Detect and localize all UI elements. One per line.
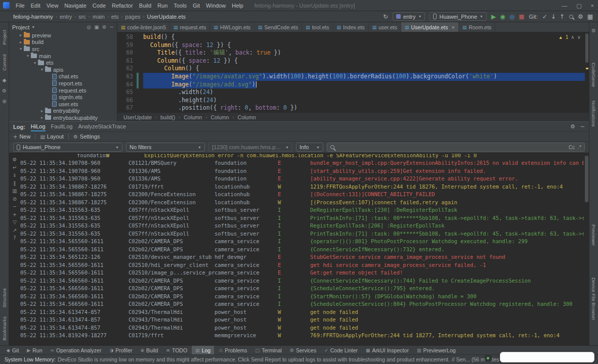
menu-code[interactable]: Code (90, 3, 109, 9)
update-project-icon[interactable]: ↓ (551, 14, 556, 20)
chevron-icon[interactable]: ▸ (39, 115, 45, 120)
log-row[interactable]: 05-22 11:35:34.613474-857C02943/ThermalH… (20, 324, 584, 332)
tab-Index.ets[interactable]: ▤Index.ets (333, 22, 369, 32)
log-row[interactable]: 05-22 11:35:34.566560-1611C02b02/CAMERA_… (20, 300, 584, 308)
tool-button-commit[interactable]: Commit (2, 54, 7, 71)
code-area[interactable]: 58build() {59 Column({ space: 12 }) {60 … (117, 32, 585, 112)
tool-button-operation-analyzer[interactable]: ≈Operation Analyzer (47, 346, 105, 354)
build-icon[interactable]: ⊕ (2, 99, 6, 104)
settings-icon[interactable]: ⚙ (578, 14, 583, 20)
log-row[interactable]: 05-22 11:35:34.198867-18276C01719/ffrtlo… (20, 183, 584, 191)
log-action-settings[interactable]: ⚙Settings (73, 133, 100, 140)
menu-help[interactable]: Help (229, 3, 246, 9)
breadcrumb-item[interactable]: pages (125, 14, 141, 20)
log-row[interactable]: 05-22 11:35:34.565560-1611C02b02/CAMERA_… (20, 246, 584, 254)
module-selector[interactable]: entry ▼ (393, 12, 425, 21)
chevron-icon[interactable]: ▾ (25, 54, 30, 58)
tool-button-codegenie[interactable]: CodeGenie (591, 63, 596, 87)
push-icon[interactable]: ↑ (560, 14, 565, 20)
menu-run[interactable]: Run (154, 3, 170, 9)
tree-item-chat.ets[interactable]: chat.ets (9, 73, 117, 80)
editor-breadcrumb-item[interactable]: Column (238, 114, 256, 120)
log-rows[interactable]: foundationWExplicitQueryExtension error … (20, 154, 584, 345)
device-selector[interactable]: Huawei_Phone ▼ (430, 12, 487, 21)
log-row[interactable]: 05-22 11:35:34.315563-635C057ff/nStackXE… (20, 230, 584, 238)
log-row[interactable]: 05-22 11:35:34.565122-126C02510/devsvc_m… (20, 253, 584, 261)
log-process-selector[interactable]: [1230] com.huawei.hms.psfservice ▼ (208, 143, 292, 152)
tab-HWLogin.ets[interactable]: ▤HWLogin.ets (210, 22, 254, 32)
breadcrumb-item[interactable]: UserUpdate.ets (147, 14, 186, 20)
tool-button-structure[interactable]: Structure (2, 288, 7, 308)
services-icon[interactable]: ⚙ (2, 88, 7, 94)
status-widget-icon[interactable] (485, 355, 492, 361)
tool-button-project[interactable]: Project (2, 30, 7, 45)
tool-button-previewer[interactable]: Previewer (591, 224, 596, 246)
tab-UserUpdate.ets[interactable]: ▤UserUpdate.ets× (401, 22, 459, 32)
gear-icon[interactable]: ⚙ (570, 123, 575, 130)
tool-button-device-file-browser[interactable]: Device File Browser (591, 278, 596, 320)
code-line[interactable]: 61 Column({ space: 12 }) { (117, 57, 585, 65)
log-row[interactable]: 05-22 11:35:34.819249-18277C01719/ffrtme… (20, 332, 584, 340)
log-row[interactable]: 05-22 11:35:34.565560-1611C02510/hdi_ser… (20, 261, 584, 269)
tool-button-problems[interactable]: ⚠Problems (215, 346, 250, 354)
settings-icon[interactable]: ⚙ (102, 24, 107, 30)
tool-button-build[interactable]: ⊕Build (137, 346, 162, 354)
chevron-icon[interactable]: ▾ (32, 61, 37, 65)
log-row[interactable]: 05-22 11:35:34.190708-960C01121/BMSQuery… (20, 159, 584, 167)
tree-item-build[interactable]: ▸build (9, 39, 117, 46)
log-row[interactable]: 05-22 11:35:34.315563-635C057ff/nStackXE… (20, 222, 584, 230)
log-tab-faultlog[interactable]: FaultLog (51, 122, 73, 131)
menu-build[interactable]: Build (136, 3, 154, 9)
log-row[interactable]: 05-22 11:35:34.613474-857C02943/ThermalH… (20, 308, 584, 316)
log-row[interactable]: 05-22 11:35:34.565560-1611C02510/image_p… (20, 269, 584, 277)
tool-button-run[interactable]: ▶Run (23, 346, 46, 354)
close-icon[interactable]: × (591, 3, 594, 9)
inspection-widget[interactable]: ▲ 1 ∧ ∨ (559, 34, 581, 40)
collapse-all-icon[interactable]: ▣ (94, 24, 99, 30)
tab-user.ets[interactable]: ▤user.ets (369, 22, 401, 32)
settings-icon[interactable]: ⚙ (13, 157, 17, 162)
collapse-icon[interactable]: − (13, 204, 17, 209)
tab-code-linter.json5[interactable]: ▤code-linter.json5 (117, 22, 170, 32)
pull-requests-icon[interactable]: ◆ (3, 77, 7, 83)
notification-popup[interactable] (500, 352, 594, 362)
breadcrumb-item[interactable]: ets (111, 14, 119, 20)
log-search-input[interactable] (337, 144, 566, 150)
tree-item-src[interactable]: ▾src (9, 46, 117, 53)
log-filter-selector[interactable]: No filters ▼ (126, 143, 205, 152)
log-row[interactable]: 05-22 11:35:34.613474-857C02943/ThermalH… (20, 316, 584, 324)
menu-view[interactable]: View (44, 3, 62, 9)
code-line[interactable]: 67 .position({ right: 0, bottom: 0 }) (117, 104, 585, 112)
log-action-new[interactable]: +New (13, 133, 30, 140)
log-tab-hilog[interactable]: HiLog (31, 122, 46, 131)
editor-breadcrumb-item[interactable]: UserUpdate (123, 114, 152, 120)
tree-item-apis[interactable]: ▾apis (9, 66, 117, 73)
tree-item-ets[interactable]: ▾ets (9, 59, 117, 66)
chevron-icon[interactable]: ▸ (18, 40, 23, 44)
log-row[interactable]: 05-22 11:35:34.190708-960C01336/AMSfound… (20, 175, 584, 183)
hide-icon[interactable]: − (110, 24, 114, 30)
tree-item-preview[interactable]: ▸preview (9, 32, 117, 39)
log-row[interactable]: 05-22 11:35:34.566560-1611C02b02/CAMERA_… (20, 285, 584, 293)
minimize-icon[interactable]: — (562, 3, 567, 9)
close-icon[interactable]: × (451, 24, 454, 30)
log-row[interactable]: 05-22 11:35:34.315563-635C057ff/nStackXE… (20, 206, 584, 214)
log-device-selector[interactable]: Huawei_Phone ▼ (13, 143, 122, 152)
code-line[interactable]: 62 Column() { (117, 65, 585, 73)
tree-item-user.ets[interactable]: user.ets (9, 101, 117, 108)
print-icon[interactable]: ▥ (12, 188, 17, 194)
tree-item-report.ets[interactable]: report.ets (9, 80, 117, 87)
chevron-icon[interactable]: ▾ (39, 67, 45, 72)
pause-icon[interactable]: ∥ (14, 180, 16, 186)
log-level-selector[interactable]: Info ▼ (296, 143, 323, 152)
tool-button-bookmarks[interactable]: Bookmarks (2, 316, 7, 341)
editor-breadcrumb-item[interactable]: Column (184, 114, 202, 120)
tool-button-terminal[interactable]: □Terminal (252, 346, 285, 354)
run-icon[interactable]: ▶ (491, 14, 496, 20)
log-row-partial[interactable]: foundationWExplicitQueryExtension error … (20, 154, 584, 159)
export-icon[interactable]: ↗ (13, 228, 17, 233)
status-message-body[interactable]: DevEco Studio is running low on memory a… (58, 356, 450, 362)
editor-breadcrumb-item[interactable]: Column (210, 114, 229, 120)
log-row[interactable]: 05-22 11:35:34.315563-635C057ff/nStackXE… (20, 214, 584, 222)
code-line[interactable]: 66 .height(24) (117, 97, 585, 105)
